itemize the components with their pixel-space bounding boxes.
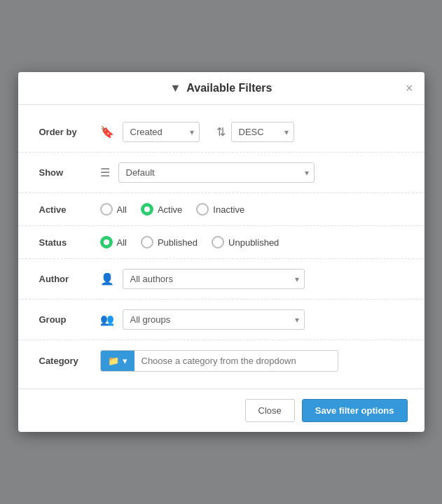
- status-row: Status All Published Unpublished: [18, 226, 424, 259]
- modal-body: Order by 🔖 Created Modified Title Author…: [18, 105, 424, 388]
- status-unpublished-option[interactable]: Unpublished: [212, 236, 279, 248]
- modal-title-text: Available Filters: [186, 82, 272, 94]
- category-btn-chevron: ▾: [123, 356, 127, 366]
- active-row: Active All Active Inactive: [18, 193, 424, 226]
- status-radio-group: All Published Unpublished: [100, 236, 279, 248]
- category-input-wrapper: 📁 ▾: [100, 350, 338, 372]
- category-folder-button[interactable]: 📁 ▾: [101, 351, 134, 371]
- active-inactive-radio[interactable]: [196, 203, 209, 216]
- category-label: Category: [39, 356, 92, 366]
- author-label: Author: [39, 274, 92, 284]
- author-row: Author 👤 All authors ▾: [18, 259, 424, 300]
- show-label: Show: [39, 167, 92, 178]
- show-row: Show ☰ Default 5 10 20 50 100 ▾: [18, 153, 424, 193]
- status-published-option[interactable]: Published: [141, 236, 198, 248]
- folder-icon: 📁: [108, 356, 119, 366]
- close-button[interactable]: Close: [245, 399, 295, 422]
- available-filters-modal: ▼ Available Filters × Order by 🔖 Created…: [18, 72, 424, 432]
- order-dir-wrapper-inner: DESC ASC ▾: [231, 122, 294, 142]
- save-filter-options-button[interactable]: Save filter options: [302, 399, 408, 422]
- order-dir-wrapper: ⇅ DESC ASC ▾: [216, 122, 294, 142]
- status-all-option[interactable]: All: [100, 236, 127, 248]
- active-all-radio[interactable]: [100, 203, 113, 216]
- show-select-wrapper: Default 5 10 20 50 100 ▾: [118, 162, 315, 183]
- status-unpublished-radio[interactable]: [212, 236, 224, 248]
- list-icon: ☰: [100, 166, 110, 179]
- author-select-wrapper: All authors ▾: [123, 269, 305, 289]
- order-by-field-wrapper: Created Modified Title Author ▾: [123, 122, 200, 142]
- active-inactive-label: Inactive: [213, 204, 244, 215]
- order-dir-select[interactable]: DESC ASC: [231, 122, 294, 142]
- group-select-wrapper: All groups ▾: [123, 309, 305, 330]
- group-select[interactable]: All groups: [123, 309, 305, 330]
- status-label: Status: [39, 237, 92, 248]
- modal-footer: Close Save filter options: [18, 388, 424, 432]
- order-by-field-select[interactable]: Created Modified Title Author: [123, 122, 200, 142]
- active-inactive-option[interactable]: Inactive: [196, 203, 244, 216]
- order-by-row: Order by 🔖 Created Modified Title Author…: [18, 112, 424, 153]
- status-all-label: All: [117, 237, 127, 248]
- category-text-input[interactable]: [134, 351, 338, 371]
- sort-icon: ⇅: [216, 125, 226, 139]
- order-by-label: Order by: [39, 127, 92, 137]
- status-published-label: Published: [158, 237, 198, 248]
- active-all-label: All: [117, 204, 127, 215]
- person-icon: 👤: [100, 272, 114, 286]
- status-all-radio[interactable]: [100, 236, 113, 248]
- status-published-radio[interactable]: [141, 236, 153, 248]
- modal-title: ▼ Available Filters: [170, 82, 272, 94]
- bookmark-icon: 🔖: [100, 125, 114, 139]
- group-row: Group 👥 All groups ▾: [18, 300, 424, 340]
- status-unpublished-label: Unpublished: [228, 237, 279, 248]
- active-active-option[interactable]: Active: [141, 203, 182, 216]
- group-label: Group: [39, 314, 92, 325]
- active-active-label: Active: [158, 204, 182, 215]
- author-select[interactable]: All authors: [123, 269, 305, 289]
- show-select[interactable]: Default 5 10 20 50 100: [118, 162, 315, 183]
- active-label: Active: [39, 204, 92, 215]
- modal-header: ▼ Available Filters ×: [18, 72, 424, 105]
- active-all-option[interactable]: All: [100, 203, 127, 216]
- group-icon: 👥: [100, 313, 114, 326]
- filter-icon: ▼: [170, 82, 181, 94]
- category-row: Category 📁 ▾: [18, 340, 424, 382]
- active-active-radio[interactable]: [141, 203, 153, 216]
- active-radio-group: All Active Inactive: [100, 203, 245, 216]
- modal-close-button[interactable]: ×: [406, 82, 413, 94]
